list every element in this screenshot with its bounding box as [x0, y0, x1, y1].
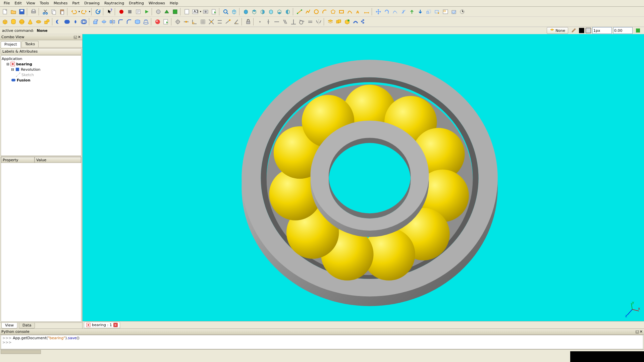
draft-dimension-icon[interactable] [363, 8, 371, 16]
bool-union-icon[interactable] [63, 18, 71, 26]
color-picker-icon[interactable] [570, 26, 578, 35]
document-tab[interactable]: bearing : 1 ✕ [84, 322, 120, 328]
box-icon[interactable] [1, 18, 9, 26]
dock-close-icon[interactable]: ✕ [78, 35, 81, 39]
view-top-icon[interactable] [250, 8, 258, 16]
insert-view-icon[interactable] [202, 8, 210, 16]
draft-move-icon[interactable] [374, 8, 382, 16]
povray-icon[interactable] [154, 18, 162, 26]
snap-perp-icon[interactable] [191, 18, 199, 26]
draft-upgrade-icon[interactable] [408, 8, 416, 16]
shade-icon[interactable] [154, 8, 162, 16]
a3-landscape-icon[interactable]: A3 [191, 8, 199, 16]
constr-coincident-icon[interactable] [256, 18, 264, 26]
view-left-icon[interactable] [284, 8, 292, 16]
draft-macro-icon[interactable] [458, 8, 466, 16]
tab-tasks[interactable]: Tasks [21, 41, 39, 47]
cylinder-icon[interactable] [9, 18, 17, 26]
constr-tangent-icon[interactable] [298, 18, 306, 26]
snap-endpoint-icon[interactable] [224, 18, 232, 26]
ruled-surface-icon[interactable] [133, 18, 142, 26]
menu-help[interactable]: Help [167, 0, 180, 6]
constr-parallel-icon[interactable] [281, 18, 289, 26]
close-tab-icon[interactable]: ✕ [113, 323, 118, 327]
macro-run-icon[interactable] [143, 8, 151, 16]
snap-mid-icon[interactable] [182, 18, 190, 26]
menu-edit[interactable]: Edit [12, 0, 24, 6]
linewidth-input[interactable] [592, 27, 612, 34]
draft-offset-icon[interactable] [391, 8, 399, 16]
tree-revolution[interactable]: ⊟ Revolution [2, 67, 80, 72]
bool-common-icon[interactable] [71, 18, 79, 26]
export-ray-icon[interactable] [162, 18, 170, 26]
dock-close-icon[interactable]: ✕ [640, 329, 643, 334]
draft-drawing-icon[interactable] [441, 8, 449, 16]
cursor-help-icon[interactable]: ? [106, 8, 114, 16]
draft-scale-icon[interactable] [425, 8, 433, 16]
prop-col-value[interactable]: Value [35, 157, 81, 163]
new-sheet-icon[interactable] [183, 8, 191, 16]
primitives-icon[interactable] [43, 18, 51, 26]
constr-equal-icon[interactable] [306, 18, 314, 26]
construction-mode-icon[interactable] [634, 26, 642, 35]
save-icon[interactable] [18, 8, 26, 16]
tree-document[interactable]: ⊟ bearing [2, 61, 80, 67]
menu-drafting[interactable]: Drafting [126, 0, 146, 6]
menu-raytracing[interactable]: Raytracing [102, 0, 126, 6]
fillet-icon[interactable] [117, 18, 125, 26]
tree-root[interactable]: Application [2, 56, 80, 61]
draft-rotate-icon[interactable] [383, 8, 391, 16]
snap-toggle-icon[interactable] [174, 18, 182, 26]
view-right-icon[interactable] [259, 8, 267, 16]
new-file-icon[interactable] [1, 8, 9, 16]
mesh-from-shape-icon[interactable] [163, 8, 171, 16]
view-front-icon[interactable] [242, 8, 250, 16]
paste-icon[interactable] [58, 8, 66, 16]
axonometric-icon[interactable] [230, 8, 238, 16]
lock-icon[interactable] [244, 18, 252, 26]
export-page-icon[interactable] [210, 8, 218, 16]
model-tree[interactable]: Application ⊟ bearing ⊟ Revolution Sketc… [1, 55, 82, 156]
console-scrollbar[interactable]: ◂ ▸ [0, 349, 644, 355]
bool-cut-icon[interactable] [55, 18, 63, 26]
draft-bspline-icon[interactable] [346, 8, 354, 16]
menu-file[interactable]: File [1, 0, 12, 6]
constr-symmetric-icon[interactable] [315, 18, 323, 26]
tree-fusion[interactable]: Fusion [2, 77, 80, 83]
extrude-icon[interactable] [92, 18, 100, 26]
open-file-icon[interactable] [9, 8, 17, 16]
draft-polygon-icon[interactable] [329, 8, 337, 16]
constr-vertical-icon[interactable] [264, 18, 272, 26]
copy-icon[interactable] [50, 8, 58, 16]
loft-icon[interactable] [142, 18, 150, 26]
subtab-data[interactable]: Data [19, 323, 35, 328]
sphere-icon[interactable] [18, 18, 26, 26]
draft-edit-icon[interactable] [433, 8, 441, 16]
dock-float-icon[interactable]: ◱ [73, 35, 77, 39]
record-icon[interactable] [117, 8, 125, 16]
draft-line-icon[interactable] [296, 8, 304, 16]
layer-new-icon[interactable] [326, 18, 334, 26]
mirror-icon[interactable] [108, 18, 116, 26]
view-rear-icon[interactable] [267, 8, 275, 16]
menu-meshes[interactable]: Meshes [51, 0, 70, 6]
draft-trimex-icon[interactable] [399, 8, 408, 16]
menu-view[interactable]: View [24, 0, 38, 6]
draft-circle-icon[interactable] [312, 8, 320, 16]
snap-angle-icon[interactable] [232, 18, 240, 26]
chamfer-icon[interactable] [125, 18, 133, 26]
snap-grid-icon[interactable] [199, 18, 207, 26]
draft-wire-icon[interactable] [304, 8, 312, 16]
revolve-icon[interactable] [100, 18, 108, 26]
menu-tools[interactable]: Tools [38, 0, 51, 6]
stop-record-icon[interactable] [126, 8, 134, 16]
sweep-icon[interactable] [352, 18, 360, 26]
snap-parallel-icon[interactable] [216, 18, 224, 26]
helix-icon[interactable] [360, 18, 368, 26]
macro-edit-icon[interactable] [134, 8, 142, 16]
zoom-fit-icon[interactable] [222, 8, 230, 16]
draft-view-icon[interactable] [450, 8, 458, 16]
layer-none-button[interactable]: None [547, 27, 568, 34]
bool-section-icon[interactable] [80, 18, 88, 26]
draft-text-icon[interactable]: A [354, 8, 362, 16]
